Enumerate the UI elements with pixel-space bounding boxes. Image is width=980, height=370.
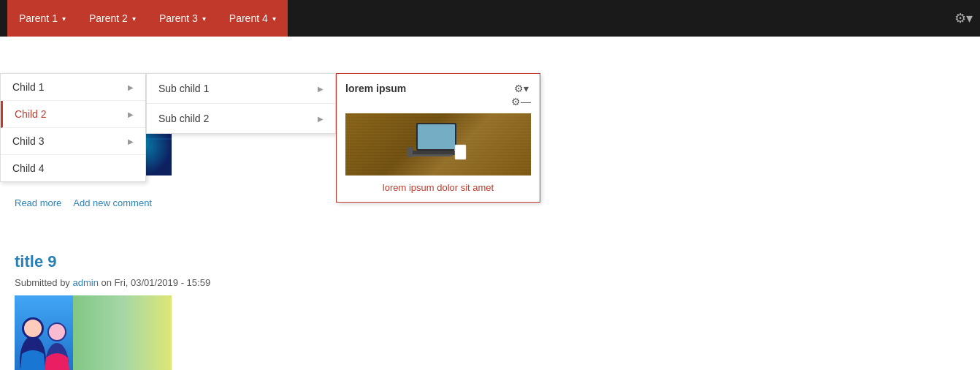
nav-parent1[interactable]: Parent 1 ▾	[7, 0, 77, 37]
dropdown-l2-subchild1-label: Sub child 1	[158, 83, 209, 94]
dropdown-l1-child1-label: Child 1	[12, 81, 45, 93]
article2: title 9 Submitted by admin on Fri, 03/01…	[15, 252, 210, 370]
dropdown-l1-child2-label: Child 2	[15, 108, 47, 120]
navbar: Parent 1 ▾ Parent 2 ▾ Parent 3 ▾ Parent …	[0, 0, 980, 37]
dropdown-l2-subchild2-label: Sub child 2	[158, 113, 209, 124]
dropdown-l1-child1[interactable]: Child 1 ▶	[1, 74, 145, 101]
chevron-right-icon: ▶	[128, 110, 134, 118]
article2-meta: Submitted by admin on Fri, 03/01/2019 - …	[15, 277, 210, 288]
laptop-illustration	[405, 119, 471, 170]
article1-add-comment[interactable]: Add new comment	[73, 197, 152, 208]
nav-parent4-arrow: ▾	[272, 15, 276, 23]
chevron-right-icon: ▶	[128, 137, 134, 146]
dropdown-l2-subchild1[interactable]: Sub child 1 ▶	[147, 74, 335, 104]
nav-parent4-label: Parent 4	[229, 12, 268, 24]
nav-parent2-arrow: ▾	[132, 15, 136, 23]
gear-minus-icon[interactable]: ⚙—	[511, 96, 531, 107]
nav-parent2[interactable]: Parent 2 ▾	[77, 0, 148, 37]
article2-meta-prefix: Submitted by	[15, 277, 70, 288]
nav-parent3-arrow: ▾	[202, 15, 206, 23]
svg-rect-1	[418, 124, 455, 149]
article1-action-links: Read more Add new comment	[15, 197, 152, 208]
article2-image	[15, 295, 172, 370]
article2-image-svg	[15, 295, 172, 370]
svg-rect-6	[407, 147, 413, 157]
article2-title: title 9	[15, 252, 210, 271]
dropdown-l3-title: lorem ipsum	[345, 83, 406, 94]
nav-parent4[interactable]: Parent 4 ▾	[218, 0, 288, 37]
chevron-right-icon: ▶	[128, 83, 134, 91]
nav-parent3-label: Parent 3	[159, 12, 198, 24]
nav-items: Parent 1 ▾ Parent 2 ▾ Parent 3 ▾ Parent …	[7, 0, 954, 37]
article2-meta-author[interactable]: admin	[73, 277, 99, 288]
article1-actions: Read more Add new comment	[15, 197, 152, 208]
dropdown-l1-child4-label: Child 4	[12, 162, 45, 174]
dropdown-l3-image	[345, 113, 531, 175]
dropdown-level2: Sub child 1 ▶ Sub child 2 ▶	[146, 73, 336, 134]
article1-read-more[interactable]: Read more	[15, 197, 61, 208]
dropdown-l1-child4[interactable]: Child 4	[1, 155, 145, 181]
svg-point-28	[24, 320, 42, 337]
nav-parent2-label: Parent 2	[89, 12, 128, 24]
nav-parent1-arrow: ▾	[62, 15, 66, 23]
dropdown-level1: Child 1 ▶ Child 2 ▶ Child 3 ▶ Child 4	[0, 73, 146, 182]
main-content: Child 1 ▶ Child 2 ▶ Child 3 ▶ Child 4 Su…	[0, 37, 980, 370]
article2-image-container	[15, 295, 172, 370]
chevron-right-icon: ▶	[318, 115, 324, 123]
article2-meta-suffix: on Fri, 03/01/2019 - 15:59	[102, 277, 211, 288]
dropdown-l1-child3-label: Child 3	[12, 135, 45, 147]
dropdown-l3-header: lorem ipsum ⚙▾ ⚙—	[345, 83, 531, 107]
dropdown-l1-child2[interactable]: Child 2 ▶	[1, 101, 145, 128]
chevron-right-icon: ▶	[318, 85, 324, 93]
dropdown-l1-child3[interactable]: Child 3 ▶	[1, 128, 145, 155]
svg-rect-22	[73, 295, 172, 370]
svg-point-29	[49, 324, 65, 340]
nav-parent1-label: Parent 1	[19, 12, 58, 24]
navbar-gear-icon[interactable]: ⚙▾	[954, 10, 973, 26]
dropdown-l2-subchild2[interactable]: Sub child 2 ▶	[147, 104, 335, 133]
gear-icon[interactable]: ⚙▾	[514, 83, 529, 94]
dropdown-level3: lorem ipsum ⚙▾ ⚙—	[336, 73, 540, 203]
svg-rect-5	[455, 145, 466, 159]
dropdown-l3-gear-controls: ⚙▾ ⚙—	[511, 83, 531, 107]
dropdown-l3-description: lorem ipsum dolor sit amet	[345, 181, 531, 193]
dropdown-l3-text: lorem ipsum dolor sit amet	[383, 182, 494, 193]
nav-parent3[interactable]: Parent 3 ▾	[148, 0, 218, 37]
svg-rect-4	[413, 154, 453, 156]
